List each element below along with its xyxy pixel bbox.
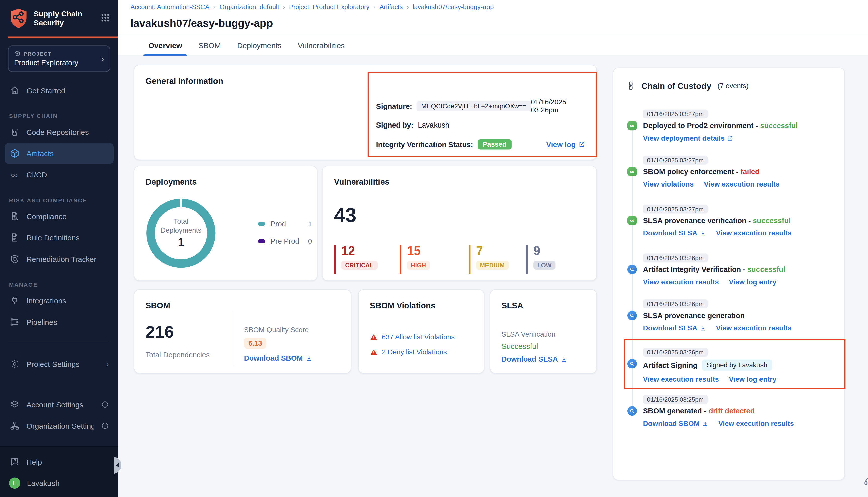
sidebar-item-help[interactable]: Help — [4, 451, 113, 472]
legend-row-pre-prod[interactable]: Pre Prod0 — [258, 237, 312, 246]
event-link-view-execution-results[interactable]: View execution results — [718, 420, 794, 427]
custody-event-artifact-integrity-verification: 01/16/2025 03:26pmArtifact Integrity Ver… — [627, 252, 837, 286]
custody-event-slsa-provenance-verification: 01/16/2025 03:27pm∞SLSA provenance verif… — [627, 203, 837, 237]
tab-overview[interactable]: Overview — [147, 36, 184, 56]
sidebar-bottom: Help L Lavakush — [0, 446, 118, 497]
sidebar-item-artifacts[interactable]: Artifacts — [4, 143, 113, 164]
sidebar-item-compliance[interactable]: Compliance — [4, 205, 113, 227]
severity-low: 9LOW — [526, 245, 556, 274]
event-link-view-deployment-details[interactable]: View deployment details — [643, 134, 733, 142]
event-link-view-execution-results[interactable]: View execution results — [716, 229, 792, 237]
severity-medium: 7MEDIUM — [469, 245, 508, 274]
event-timestamp: 01/16/2025 03:26pm — [643, 253, 708, 262]
integrity-label: Integrity Verification Status: — [376, 140, 473, 148]
tab-deployments[interactable]: Deployments — [235, 36, 283, 56]
tab-sbom[interactable]: SBOM — [197, 36, 223, 56]
repo-icon — [9, 127, 20, 138]
download-icon — [702, 421, 708, 427]
download-sbom-link[interactable]: Download SBOM — [244, 354, 312, 363]
sidebar-item-integrations[interactable]: Integrations — [4, 290, 113, 311]
sidebar-item-account-settings[interactable]: Account Settings — [4, 394, 113, 415]
sidebar-item-rule-definitions[interactable]: Rule Definitions — [4, 227, 113, 248]
event-link-view-execution-results[interactable]: View execution results — [643, 375, 719, 383]
general-information-title: General Information — [146, 76, 223, 85]
sidebar-collapse-handle[interactable] — [113, 456, 121, 474]
event-title-row: Artifact Integrity Verification - succes… — [643, 265, 837, 274]
severity-badge: MEDIUM — [476, 261, 508, 270]
sidebar-item-organization-settings[interactable]: Organization Settings — [4, 415, 113, 437]
event-link-view-log-entry[interactable]: View log entry — [729, 375, 776, 383]
sidebar-item-project-settings[interactable]: Project Settings› — [4, 353, 113, 375]
event-link-view-execution-results[interactable]: View execution results — [716, 324, 792, 332]
cicd-event-icon: ∞ — [627, 216, 637, 225]
event-title: Artifact Signing — [643, 361, 698, 369]
legend-row-prod[interactable]: Prod1 — [258, 219, 312, 229]
event-title-row: SLSA provenance verification - successfu… — [643, 216, 837, 225]
sidebar-item-get-started[interactable]: Get Started — [4, 80, 113, 101]
tab-vulnerabilities[interactable]: Vulnerabilities — [296, 36, 346, 56]
infinity-icon: ∞ — [9, 169, 20, 180]
event-link-view-execution-results[interactable]: View execution results — [704, 180, 780, 188]
sidebar-header: Supply Chain Security — [0, 0, 118, 29]
custody-event-sbom-policy-enforcement: 01/16/2025 03:27pm∞SBOM policy enforceme… — [627, 155, 837, 188]
project-selector[interactable]: PROJECT Product Exploratory › — [8, 45, 110, 72]
legend-marker-icon — [258, 222, 265, 226]
event-timestamp: 01/16/2025 03:25pm — [643, 395, 708, 404]
sidebar-item-pipelines[interactable]: Pipelines — [4, 311, 113, 332]
breadcrumb-item-account[interactable]: Account: Automation-SSCA — [130, 3, 209, 10]
event-links: View deployment details — [643, 134, 837, 142]
slsa-verification-status: Successful — [502, 342, 538, 351]
custody-event-sbom-generated: 01/16/2025 03:25pmSBOM generated - drift… — [627, 394, 837, 427]
event-links: Download SLSAView execution results — [643, 229, 837, 237]
deployments-card: Deployments Total Deployments 1 Prod1Pre… — [134, 166, 318, 281]
layers-icon — [9, 399, 20, 410]
breadcrumb-item-project[interactable]: Project: Product Exploratory — [289, 3, 369, 10]
view-log-link[interactable]: View log — [546, 140, 586, 148]
sidebar-item-user[interactable]: L Lavakush — [4, 472, 113, 494]
sidebar-item-label: Account Settings — [26, 400, 95, 409]
app-grid-icon[interactable] — [101, 14, 110, 22]
severity-badge: CRITICAL — [341, 261, 378, 270]
pipeline-icon — [9, 316, 20, 327]
signature-value[interactable]: MEQCICde2VjIT...bL+2+mqnOXw== — [417, 101, 531, 111]
signed-by-badge: Signed by Lavakush — [702, 360, 772, 371]
sidebar-item-label: Remediation Tracker — [26, 255, 109, 263]
breadcrumb-item-artifacts[interactable]: Artifacts — [379, 3, 403, 10]
event-status: failed — [741, 167, 760, 176]
support-headset-icon[interactable] — [864, 475, 868, 487]
event-link-view-execution-results[interactable]: View execution results — [643, 278, 719, 286]
sidebar-item-remediation-tracker[interactable]: Remediation Tracker — [4, 248, 113, 270]
signed-by-label: Signed by: — [376, 120, 414, 129]
sidebar-item-ci-cd[interactable]: ∞CI/CD — [4, 164, 113, 185]
shield-cube-icon — [9, 254, 20, 265]
sidebar: Supply Chain Security PROJECT Product Ex… — [0, 0, 118, 497]
slsa-card: SLSA SLSA Verification Successful Downlo… — [490, 289, 597, 374]
event-links: View execution resultsView log entry — [643, 278, 837, 286]
event-link-download-slsa[interactable]: Download SLSA — [643, 324, 706, 332]
integrity-status-badge: Passed — [478, 139, 512, 150]
breadcrumb-item-organization[interactable]: Organization: default — [220, 3, 279, 10]
event-link-view-log-entry[interactable]: View log entry — [729, 278, 776, 286]
sidebar-item-label: Integrations — [26, 296, 109, 305]
violation-link-2-deny-list-violations[interactable]: 2 Deny list Violations — [382, 349, 447, 356]
breadcrumb-item-lavakush07-easy-buggy-app[interactable]: lavakush07/easy-buggy-app — [412, 3, 493, 10]
sbom-divider — [233, 312, 233, 366]
cicd-event-icon: ∞ — [627, 121, 637, 130]
info-icon — [101, 401, 109, 408]
download-slsa-link[interactable]: Download SLSA — [502, 355, 568, 364]
legend-label: Prod — [270, 219, 308, 228]
help-label: Help — [26, 458, 109, 466]
event-link-download-slsa[interactable]: Download SLSA — [643, 229, 706, 237]
sidebar-item-code-repositories[interactable]: Code Repositories — [4, 121, 113, 143]
event-link-download-sbom[interactable]: Download SBOM — [643, 420, 708, 427]
event-link-view-violations[interactable]: View violations — [643, 180, 694, 188]
severity-count: 15 — [407, 245, 430, 257]
download-icon — [700, 325, 706, 331]
violation-link-637-allow-list-violations[interactable]: 637 Allow list Violations — [382, 333, 454, 341]
sidebar-item-label: Organization Settings — [26, 422, 95, 430]
legend-label: Pre Prod — [270, 237, 308, 246]
breadcrumb: Account: Automation-SSCA›Organization: d… — [130, 3, 493, 10]
brand-title: Supply Chain Security — [34, 10, 82, 28]
deployments-donut-chart: Total Deployments 1 — [144, 197, 218, 270]
event-links: View violationsView execution results — [643, 180, 837, 188]
